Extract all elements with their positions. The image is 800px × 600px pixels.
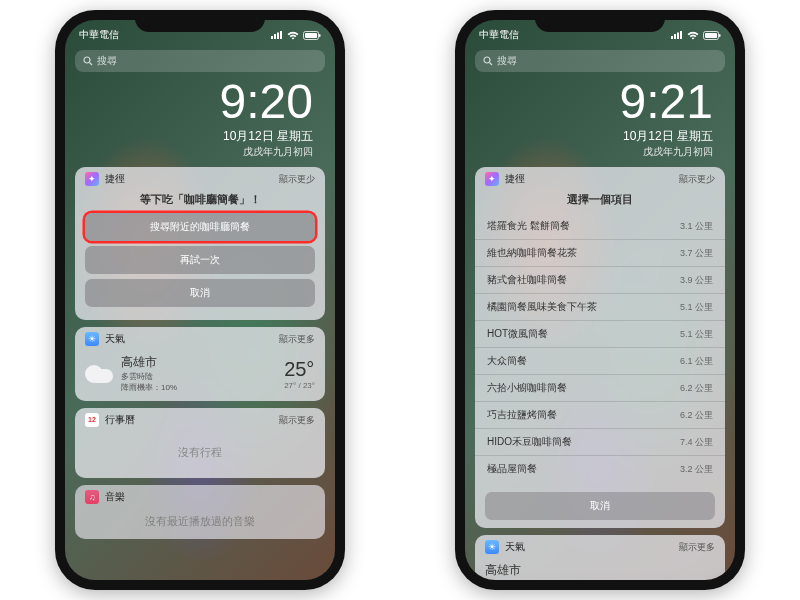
show-more-button[interactable]: 顯示更多 (679, 541, 715, 554)
weather-widget[interactable]: ☀ 天氣 顯示更多 高雄市 (475, 535, 725, 580)
search-icon (483, 56, 493, 66)
music-empty: 沒有最近播放過的音樂 (75, 508, 325, 539)
status-bar: 中華電信 (465, 20, 735, 46)
clock-lunar: 戊戌年九月初四 (465, 145, 713, 159)
battery-icon (303, 31, 321, 40)
weather-temp: 25° (284, 358, 315, 381)
music-app-icon: ♫ (85, 490, 99, 504)
shortcuts-app-label: 捷徑 (105, 172, 125, 186)
svg-point-16 (484, 57, 490, 63)
widget-stack[interactable]: ✦ 捷徑 顯示更少 等下吃「咖啡廳簡餐」！ 搜尋附近的咖啡廳簡餐 再試一次 取消 (65, 159, 335, 580)
widget-header: ✦ 捷徑 顯示更少 (475, 167, 725, 190)
cancel-button[interactable]: 取消 (85, 279, 315, 307)
widget-stack[interactable]: ✦ 捷徑 顯示更少 選擇一個項目 塔羅食光 鬆餅簡餐3.1 公里 維也納咖啡簡餐… (465, 159, 735, 580)
phone-right: 中華電信 搜尋 9:21 10月12日 星期五 戊戌年九月初四 (455, 10, 745, 590)
list-item[interactable]: 巧吉拉鹽烤簡餐6.2 公里 (475, 401, 725, 428)
widget-header: ☀ 天氣 顯示更多 (475, 535, 725, 558)
signal-icon (671, 31, 683, 39)
widget-header: ☀ 天氣 顯示更多 (75, 327, 325, 350)
weather-app-icon: ☀ (485, 540, 499, 554)
show-more-button[interactable]: 顯示更多 (279, 414, 315, 427)
weather-app-label: 天氣 (105, 332, 125, 346)
choose-item-title: 選擇一個項目 (475, 190, 725, 213)
shortcut-prompt: 等下吃「咖啡廳簡餐」！ (85, 190, 315, 213)
svg-rect-3 (280, 31, 282, 39)
calendar-empty: 沒有行程 (75, 431, 325, 478)
list-item[interactable]: 橘園簡餐風味美食下午茶5.1 公里 (475, 293, 725, 320)
calendar-widget[interactable]: 12 行事曆 顯示更多 沒有行程 (75, 408, 325, 478)
shortcuts-widget: ✦ 捷徑 顯示更少 等下吃「咖啡廳簡餐」！ 搜尋附近的咖啡廳簡餐 再試一次 取消 (75, 167, 325, 320)
show-less-button[interactable]: 顯示更少 (679, 173, 715, 186)
svg-rect-6 (319, 34, 321, 37)
music-widget[interactable]: ♫ 音樂 沒有最近播放過的音樂 (75, 485, 325, 539)
svg-line-17 (490, 63, 493, 66)
svg-rect-15 (719, 34, 721, 37)
svg-rect-11 (677, 33, 679, 40)
show-more-button[interactable]: 顯示更多 (279, 333, 315, 346)
weather-app-label: 天氣 (505, 540, 525, 554)
shortcuts-app-icon: ✦ (85, 172, 99, 186)
clock-time: 9:20 (65, 78, 313, 126)
status-icons (671, 31, 721, 40)
svg-rect-1 (274, 34, 276, 39)
widget-header: 12 行事曆 顯示更多 (75, 408, 325, 431)
carrier-label: 中華電信 (79, 28, 119, 42)
weather-widget[interactable]: ☀ 天氣 顯示更多 高雄市 多雲時陰 降雨機率：10% (75, 327, 325, 401)
search-placeholder: 搜尋 (497, 54, 517, 68)
clock-date: 10月12日 星期五 (65, 128, 313, 145)
weather-desc: 多雲時陰 (121, 371, 177, 382)
svg-rect-5 (305, 33, 317, 38)
phone-left: 中華電信 搜尋 9:20 10月12日 星期五 戊戌年九月初四 (55, 10, 345, 590)
svg-rect-12 (680, 31, 682, 39)
carrier-label: 中華電信 (479, 28, 519, 42)
list-item[interactable]: 六拾小櫥咖啡簡餐6.2 公里 (475, 374, 725, 401)
result-list: 塔羅食光 鬆餅簡餐3.1 公里 維也納咖啡簡餐花茶3.7 公里 豬式會社咖啡簡餐… (475, 213, 725, 488)
signal-icon (271, 31, 283, 39)
show-less-button[interactable]: 顯示更少 (279, 173, 315, 186)
calendar-app-label: 行事曆 (105, 413, 135, 427)
search-placeholder: 搜尋 (97, 54, 117, 68)
svg-rect-10 (674, 34, 676, 39)
list-item[interactable]: HIDO禾豆咖啡簡餐7.4 公里 (475, 428, 725, 455)
svg-point-7 (84, 57, 90, 63)
clock-time: 9:21 (465, 78, 713, 126)
list-item[interactable]: 維也納咖啡簡餐花茶3.7 公里 (475, 239, 725, 266)
wifi-icon (287, 31, 299, 40)
list-item[interactable]: 大众簡餐6.1 公里 (475, 347, 725, 374)
weather-city: 高雄市 (485, 562, 521, 579)
lock-screen: 中華電信 搜尋 9:20 10月12日 星期五 戊戌年九月初四 (65, 20, 335, 580)
lock-screen: 中華電信 搜尋 9:21 10月12日 星期五 戊戌年九月初四 (465, 20, 735, 580)
clock: 9:20 10月12日 星期五 戊戌年九月初四 (65, 72, 335, 159)
search-bar[interactable]: 搜尋 (475, 50, 725, 72)
shortcuts-app-icon: ✦ (485, 172, 499, 186)
weather-app-icon: ☀ (85, 332, 99, 346)
list-item[interactable]: HOT微風簡餐5.1 公里 (475, 320, 725, 347)
svg-rect-9 (671, 36, 673, 39)
svg-line-8 (90, 63, 93, 66)
search-bar[interactable]: 搜尋 (75, 50, 325, 72)
weather-rain: 降雨機率：10% (121, 382, 177, 393)
list-item[interactable]: 塔羅食光 鬆餅簡餐3.1 公里 (475, 213, 725, 239)
weather-city: 高雄市 (121, 354, 177, 371)
clock: 9:21 10月12日 星期五 戊戌年九月初四 (465, 72, 735, 159)
list-item[interactable]: 極品屋簡餐3.2 公里 (475, 455, 725, 482)
search-icon (83, 56, 93, 66)
music-app-label: 音樂 (105, 490, 125, 504)
widget-header: ✦ 捷徑 顯示更少 (75, 167, 325, 190)
svg-rect-14 (705, 33, 717, 38)
retry-button[interactable]: 再試一次 (85, 246, 315, 274)
shortcuts-widget: ✦ 捷徑 顯示更少 選擇一個項目 塔羅食光 鬆餅簡餐3.1 公里 維也納咖啡簡餐… (475, 167, 725, 528)
status-bar: 中華電信 (65, 20, 335, 46)
cancel-button[interactable]: 取消 (485, 492, 715, 520)
status-icons (271, 31, 321, 40)
clock-date: 10月12日 星期五 (465, 128, 713, 145)
svg-rect-2 (277, 33, 279, 40)
search-nearby-button[interactable]: 搜尋附近的咖啡廳簡餐 (85, 213, 315, 241)
weather-range: 27° / 23° (284, 381, 315, 390)
clock-lunar: 戊戌年九月初四 (65, 145, 313, 159)
calendar-app-icon: 12 (85, 413, 99, 427)
shortcuts-app-label: 捷徑 (505, 172, 525, 186)
list-item[interactable]: 豬式會社咖啡簡餐3.9 公里 (475, 266, 725, 293)
cloud-icon (85, 365, 113, 383)
widget-header: ♫ 音樂 (75, 485, 325, 508)
